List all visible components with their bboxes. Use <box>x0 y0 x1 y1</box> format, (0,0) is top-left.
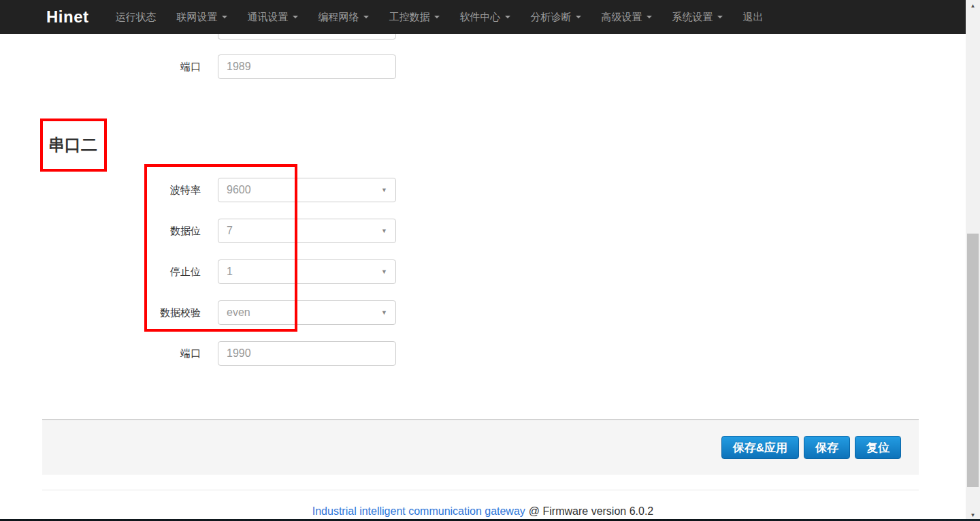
chevron-down-icon <box>505 16 510 18</box>
dropdown-caret-icon: ▼ <box>381 219 387 242</box>
firmware-version-text: @ Firmware version 6.0.2 <box>529 505 653 517</box>
chevron-down-icon <box>576 16 581 18</box>
form-actions-panel: 保存&应用 保存 复位 <box>42 419 919 475</box>
dropdown-caret-icon: ▼ <box>381 260 387 283</box>
footer: Industrial intelligent communication gat… <box>0 505 966 518</box>
nav-item-programming-network[interactable]: 编程网络 <box>318 0 369 34</box>
port1-label: 端口 <box>68 54 201 79</box>
annotation-box-serial2-settings <box>144 164 297 332</box>
nav-item-industrial-data[interactable]: 工控数据 <box>389 0 440 34</box>
dropdown-caret-icon: ▼ <box>381 178 387 202</box>
dropdown-caret-icon: ▼ <box>381 301 387 324</box>
nav-item-system-settings[interactable]: 系统设置 <box>672 0 723 34</box>
chevron-down-icon <box>717 16 723 18</box>
footer-divider <box>42 490 919 490</box>
nav-item-advanced-settings[interactable]: 高级设置 <box>602 0 652 34</box>
brand-logo[interactable]: Hinet <box>46 7 89 27</box>
chevron-down-icon <box>293 16 298 18</box>
nav-item-logout[interactable]: 退出 <box>743 0 764 34</box>
chevron-down-icon <box>363 16 369 18</box>
port2-input[interactable] <box>218 341 396 366</box>
nav-item-running-status[interactable]: 运行状态 <box>116 0 157 34</box>
nav-item-software-center[interactable]: 软件中心 <box>460 0 510 34</box>
chevron-down-icon <box>434 16 440 18</box>
top-navbar: Hinet 运行状态 联网设置 通讯设置 编程网络 工控数据 软件中心 分析诊断… <box>0 0 966 34</box>
gateway-footer-link[interactable]: Industrial intelligent communication gat… <box>312 505 525 517</box>
nav-item-analysis-diagnosis[interactable]: 分析诊断 <box>531 0 581 34</box>
port1-input[interactable] <box>218 54 396 79</box>
reset-button[interactable]: 复位 <box>855 436 901 459</box>
nav-item-communication-settings[interactable]: 通讯设置 <box>248 0 298 34</box>
scrollbar-thumb[interactable] <box>967 234 979 487</box>
save-button[interactable]: 保存 <box>804 436 850 459</box>
annotation-box-serial2-heading <box>40 119 107 172</box>
nav-item-network-settings[interactable]: 联网设置 <box>177 0 227 34</box>
nav-menu: 运行状态 联网设置 通讯设置 编程网络 工控数据 软件中心 分析诊断 高级设置 … <box>116 0 764 34</box>
port2-label: 端口 <box>68 341 201 366</box>
gateway-settings-page: Hinet 运行状态 联网设置 通讯设置 编程网络 工控数据 软件中心 分析诊断… <box>0 0 980 521</box>
scroll-up-icon[interactable]: ▲ <box>966 0 980 12</box>
chevron-down-icon <box>647 16 652 18</box>
chevron-down-icon <box>222 16 227 18</box>
save-apply-button[interactable]: 保存&应用 <box>721 436 799 459</box>
vertical-scrollbar[interactable]: ▲ ▼ <box>966 0 980 521</box>
